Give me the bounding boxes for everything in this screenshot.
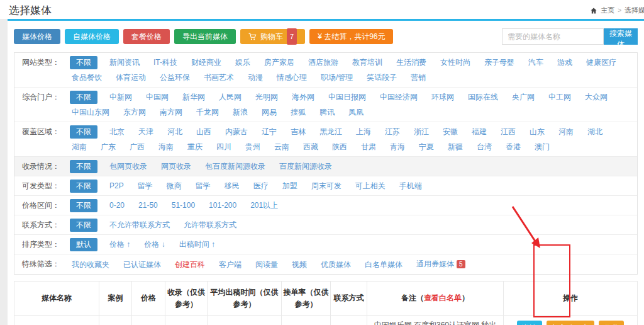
filter-option[interactable]: 搜狐 xyxy=(291,106,306,118)
filter-option[interactable]: 澳门 xyxy=(535,140,550,153)
filter-option[interactable]: P2P xyxy=(109,180,124,192)
filter-option[interactable]: 中国经济网 xyxy=(380,91,418,103)
filter-selected-chip[interactable]: 不限 xyxy=(70,91,97,104)
filter-option[interactable]: 101-200 xyxy=(209,199,236,212)
filter-option[interactable]: 浙江 xyxy=(414,125,429,138)
filter-option[interactable]: 不允许带联系方式 xyxy=(109,219,170,231)
filter-option[interactable]: 网页收录 xyxy=(161,160,191,173)
filter-option[interactable]: 201以上 xyxy=(250,199,278,212)
filter-option[interactable]: 大众网 xyxy=(585,91,608,103)
filter-option[interactable]: 财经商业 xyxy=(191,56,221,69)
filter-option[interactable]: 手机端 xyxy=(399,180,422,192)
filter-option[interactable]: 周末可发 xyxy=(311,180,341,192)
filter-option[interactable]: 湖北 xyxy=(587,125,602,138)
filter-option[interactable]: 房产家居 xyxy=(264,56,294,69)
filter-option[interactable]: 广东 xyxy=(101,140,116,153)
filter-option[interactable]: 河北 xyxy=(167,125,182,138)
filter-option[interactable]: 动漫 xyxy=(248,71,263,84)
filter-option[interactable]: 我的收藏夹 xyxy=(72,258,109,271)
filter-option[interactable]: 人民网 xyxy=(219,91,242,103)
filter-selected-chip[interactable]: 不限 xyxy=(70,180,97,193)
filter-option[interactable]: 甘肃 xyxy=(361,140,376,153)
filter-option[interactable]: 广西 xyxy=(130,140,145,153)
filter-option[interactable]: 中国网 xyxy=(146,91,169,103)
filter-option[interactable]: 可上相关 xyxy=(355,180,386,192)
filter-option[interactable]: 21-50 xyxy=(138,199,158,212)
filter-option[interactable]: 酒店旅游 xyxy=(308,56,338,69)
filter-option[interactable]: 中国日报网 xyxy=(328,91,366,103)
filter-option[interactable]: 体育运动 xyxy=(116,71,146,84)
filter-option[interactable]: 凤凰 xyxy=(348,106,364,118)
filter-option[interactable]: 北京 xyxy=(109,125,125,138)
filter-option[interactable]: 网易 xyxy=(262,106,277,118)
filter-option[interactable]: 允许带联系方式 xyxy=(184,219,236,231)
filter-option[interactable]: 汽车 xyxy=(528,56,543,69)
filter-option[interactable]: 留学 xyxy=(196,180,211,192)
export-current-media-button[interactable]: 导出当前媒体 xyxy=(174,29,236,44)
filter-option[interactable]: 新华网 xyxy=(182,91,205,103)
filter-option[interactable]: 微商 xyxy=(167,180,182,192)
filter-option[interactable]: 香港 xyxy=(506,140,521,153)
filter-option[interactable]: 云南 xyxy=(274,140,289,153)
filter-option[interactable]: 江西 xyxy=(501,125,516,138)
filter-option[interactable]: 西藏 xyxy=(303,140,318,153)
filter-option[interactable]: 优质媒体 xyxy=(321,258,351,271)
filter-option[interactable]: 包百度新闻源收录 xyxy=(205,160,265,173)
filter-option[interactable]: 腾讯 xyxy=(319,106,335,118)
detail-button[interactable]: 详情 xyxy=(517,321,542,325)
filter-option[interactable]: 出稿时间 ↑ xyxy=(179,238,215,251)
self-media-price-button[interactable]: 自媒体价格 xyxy=(65,29,119,44)
filter-option[interactable]: 台湾 xyxy=(477,140,492,153)
filter-option[interactable]: 四川 xyxy=(216,140,231,153)
filter-option[interactable]: 山西 xyxy=(196,125,211,138)
filter-option[interactable]: 内蒙古 xyxy=(225,125,248,138)
filter-option[interactable]: 中新网 xyxy=(109,91,132,103)
filter-option[interactable]: 陕西 xyxy=(332,140,347,153)
filter-option[interactable]: 包网页收录 xyxy=(109,160,147,173)
filter-option[interactable]: 亲子母婴 xyxy=(484,56,514,69)
filter-option[interactable]: 已认证媒体 xyxy=(123,258,161,271)
filter-option[interactable]: 上海 xyxy=(356,125,371,138)
filter-option[interactable]: 0-20 xyxy=(109,199,125,212)
filter-option[interactable]: 留学 xyxy=(138,180,153,192)
search-media-button[interactable]: 搜索媒体 xyxy=(604,28,638,45)
filter-option[interactable]: 价格 ↑ xyxy=(109,238,130,251)
filter-option[interactable]: 湖南 xyxy=(72,140,87,153)
filter-option[interactable]: 黑龙江 xyxy=(319,125,342,138)
filter-option[interactable]: 营销 xyxy=(411,71,426,84)
filter-option[interactable]: 海南 xyxy=(158,140,174,153)
filter-option[interactable]: 通用券媒体5 xyxy=(416,258,465,271)
filter-option[interactable]: 移民 xyxy=(225,180,240,192)
cart-button[interactable]: 购物车 7 xyxy=(240,29,305,44)
filter-option[interactable]: 南方网 xyxy=(160,106,182,118)
filter-option[interactable]: 新浪 xyxy=(233,106,248,118)
view-whitelist-link[interactable]: 查看白名单 xyxy=(424,294,462,302)
filter-option[interactable]: 医疗 xyxy=(253,180,269,192)
filter-option[interactable]: 职场/管理 xyxy=(321,71,353,84)
filter-option[interactable]: 青海 xyxy=(390,140,405,153)
filter-option[interactable]: 视频 xyxy=(292,258,307,271)
breadcrumb-home[interactable]: 主页 xyxy=(601,6,614,15)
filter-option[interactable]: 加盟 xyxy=(282,180,297,192)
filter-option[interactable]: 51-100 xyxy=(172,199,195,212)
filter-option[interactable]: 吉林 xyxy=(291,125,306,138)
filter-option[interactable]: 江苏 xyxy=(385,125,400,138)
filter-selected-chip[interactable]: 不限 xyxy=(70,219,97,232)
filter-option[interactable]: 中工网 xyxy=(548,91,571,103)
filter-selected-chip[interactable]: 不限 xyxy=(70,125,97,139)
filter-option[interactable]: 辽宁 xyxy=(262,125,277,138)
filter-option[interactable]: 贵州 xyxy=(245,140,260,153)
filter-option[interactable]: 百度新闻源收录 xyxy=(279,160,332,173)
filter-option[interactable]: 福建 xyxy=(472,125,487,138)
add-to-cart-button[interactable]: 加入购物车 xyxy=(547,321,594,325)
filter-option[interactable]: IT-科技 xyxy=(153,56,177,69)
filter-option[interactable]: 创建百科 xyxy=(175,258,205,271)
filter-option[interactable]: 中国山东网 xyxy=(72,106,109,118)
filter-selected-chip[interactable]: 不限 xyxy=(70,56,97,69)
filter-option[interactable]: 游戏 xyxy=(557,56,572,69)
filter-option[interactable]: 天津 xyxy=(138,125,153,138)
filter-option[interactable]: 新疆 xyxy=(448,140,463,153)
filter-option[interactable]: 教育培训 xyxy=(352,56,382,69)
filter-option[interactable]: 山东 xyxy=(530,125,545,138)
filter-option[interactable]: 公益环保 xyxy=(160,71,190,84)
